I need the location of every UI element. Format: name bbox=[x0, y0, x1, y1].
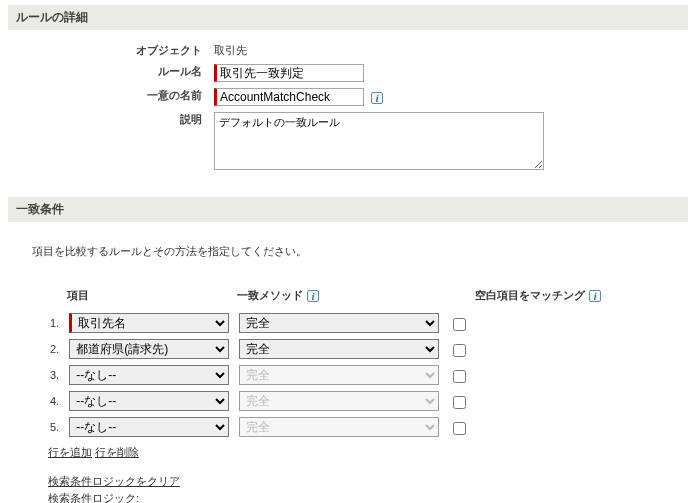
rule-details-form: オブジェクト 取引先 ルール名 一意の名前 i 説明 デフォルトの一致ルール bbox=[18, 40, 550, 175]
field-select[interactable]: --なし-- bbox=[69, 365, 229, 385]
method-select[interactable]: 完全 bbox=[239, 339, 439, 359]
match-criteria-header: 一致条件 bbox=[8, 197, 688, 222]
row-number: 4. bbox=[46, 389, 63, 413]
logic-label: 検索条件ロジック: bbox=[48, 491, 664, 503]
field-select[interactable]: --なし-- bbox=[69, 417, 229, 437]
unique-name-label: 一意の名前 bbox=[18, 85, 208, 109]
match-criteria-help: 項目を比較するルールとその方法を指定してください。 bbox=[32, 244, 664, 259]
blank-match-checkbox[interactable] bbox=[453, 422, 466, 435]
rule-name-label: ルール名 bbox=[18, 61, 208, 85]
criteria-row: 2.都道府県(請求先)完全 bbox=[46, 337, 607, 361]
criteria-row: 4.--なし--完全 bbox=[46, 389, 607, 413]
object-value: 取引先 bbox=[208, 40, 550, 61]
description-label: 説明 bbox=[18, 109, 208, 175]
row-number: 1. bbox=[46, 311, 63, 335]
info-icon[interactable]: i bbox=[589, 290, 601, 302]
col-method: 一致メソッドi bbox=[235, 285, 443, 309]
rule-details-header: ルールの詳細 bbox=[8, 5, 688, 30]
clear-logic-link[interactable]: 検索条件ロジックをクリア bbox=[48, 475, 180, 487]
col-blank: 空白項目をマッチングi bbox=[445, 285, 607, 309]
method-select: 完全 bbox=[239, 391, 439, 411]
method-select: 完全 bbox=[239, 365, 439, 385]
field-select[interactable]: 取引先名 bbox=[69, 313, 229, 333]
criteria-table: 項目 一致メソッドi 空白項目をマッチングi 1.取引先名完全2.都道府県(請求… bbox=[44, 283, 609, 441]
delete-row-link[interactable]: 行を削除 bbox=[95, 446, 139, 458]
field-select[interactable]: --なし-- bbox=[69, 391, 229, 411]
field-select[interactable]: 都道府県(請求先) bbox=[69, 339, 229, 359]
info-icon[interactable]: i bbox=[307, 290, 319, 302]
row-number: 5. bbox=[46, 415, 63, 439]
blank-match-checkbox[interactable] bbox=[453, 344, 466, 357]
description-textarea[interactable]: デフォルトの一致ルール bbox=[214, 112, 544, 170]
blank-match-checkbox[interactable] bbox=[453, 370, 466, 383]
blank-match-checkbox[interactable] bbox=[453, 318, 466, 331]
info-icon[interactable]: i bbox=[371, 92, 383, 104]
unique-name-input[interactable] bbox=[214, 88, 364, 106]
method-select: 完全 bbox=[239, 417, 439, 437]
criteria-row: 1.取引先名完全 bbox=[46, 311, 607, 335]
object-label: オブジェクト bbox=[18, 40, 208, 61]
row-number: 2. bbox=[46, 337, 63, 361]
criteria-row: 5.--なし--完全 bbox=[46, 415, 607, 439]
row-number: 3. bbox=[46, 363, 63, 387]
method-select[interactable]: 完全 bbox=[239, 313, 439, 333]
col-field: 項目 bbox=[65, 285, 233, 309]
criteria-row: 3.--なし--完全 bbox=[46, 363, 607, 387]
blank-match-checkbox[interactable] bbox=[453, 396, 466, 409]
add-row-link[interactable]: 行を追加 bbox=[48, 446, 92, 458]
rule-name-input[interactable] bbox=[214, 64, 364, 82]
